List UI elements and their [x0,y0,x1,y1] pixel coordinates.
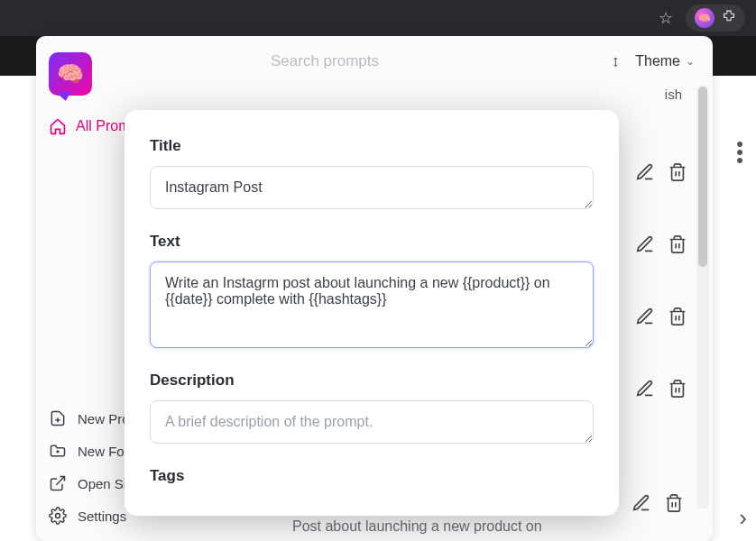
edit-icon[interactable] [635,234,655,254]
trash-icon[interactable] [668,162,687,182]
folder-plus-icon [49,442,67,460]
trash-icon[interactable] [668,234,687,254]
sidebar-item-label: Settings [78,509,126,524]
scrollbar-thumb[interactable] [698,87,707,267]
chevron-right-icon[interactable]: › [739,504,747,532]
gear-icon [49,507,67,525]
trash-icon[interactable] [664,493,684,513]
edit-icon[interactable] [632,493,651,513]
card-description: Post about launching a new product on [292,518,542,535]
scrollbar[interactable] [696,85,709,509]
browser-toolbar: ☆ 🧠 [0,0,756,36]
svg-point-0 [56,514,60,518]
extension-group: 🧠 [686,5,745,32]
theme-selector[interactable]: Theme ⌄ [635,53,695,69]
collapse-icon[interactable]: ⤡ [607,53,623,69]
edit-icon[interactable] [635,307,655,326]
app-logo[interactable]: 🧠 [49,52,92,96]
edit-prompt-modal: Title Text Description Tags [124,110,619,516]
text-label: Text [150,233,594,251]
edit-icon[interactable] [635,379,655,399]
title-label: Title [150,137,594,155]
tags-label: Tags [150,467,594,485]
brain-icon: 🧠 [57,61,84,87]
file-plus-icon [49,409,67,427]
description-label: Description [150,371,594,390]
language-hint: ish [665,87,682,102]
text-input[interactable] [150,261,594,348]
chevron-down-icon: ⌄ [686,55,695,68]
title-input[interactable] [150,166,594,209]
kebab-menu-icon[interactable]: ••• [736,141,743,164]
card-actions-stack [635,162,687,399]
edit-icon[interactable] [635,162,655,182]
bookmark-star-icon[interactable]: ☆ [659,8,673,28]
trash-icon[interactable] [668,307,687,326]
home-icon [49,117,67,135]
description-input[interactable] [150,400,594,444]
trash-icon[interactable] [668,379,687,399]
external-link-icon [49,474,67,492]
extension-brain-icon[interactable]: 🧠 [695,8,715,28]
theme-label: Theme [635,53,680,69]
search-placeholder[interactable]: Search prompts [271,52,379,70]
background-page-peek: S [0,418,38,541]
extensions-puzzle-icon[interactable] [722,9,736,27]
